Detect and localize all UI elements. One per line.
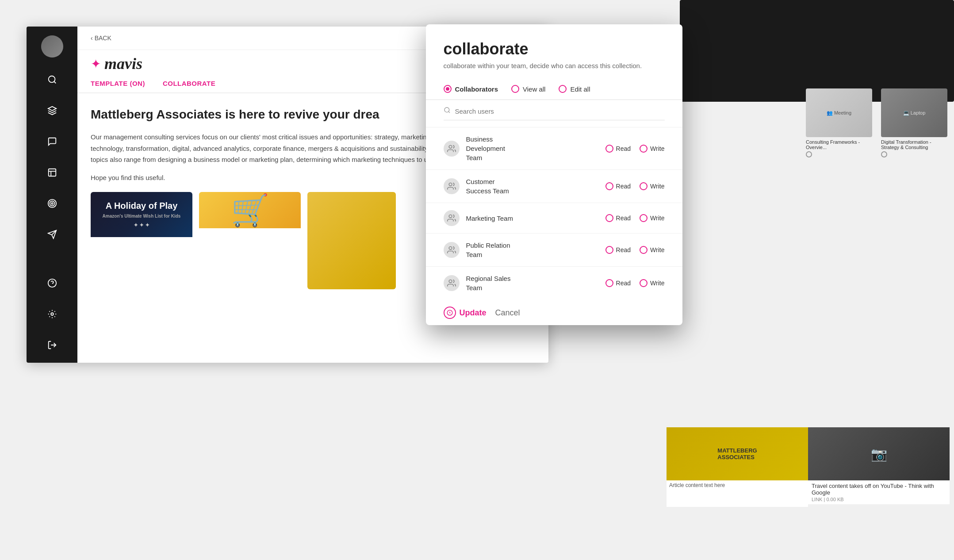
bottom-card-yellow: MATTLEBERGASSOCIATES Article content tex… <box>667 427 808 507</box>
read-label-3: Read <box>616 215 631 222</box>
svg-line-1 <box>54 81 56 83</box>
marketing-write-radio[interactable] <box>640 214 647 222</box>
svg-rect-3 <box>48 169 56 176</box>
travel-card-title: Travel content takes off on YouTube - Th… <box>812 483 946 496</box>
amazon-sub: Amazon's Ultimate Wish List for Kids <box>103 214 181 219</box>
pr-avatar <box>444 242 460 258</box>
customer-success-permissions: Read Write <box>605 182 665 190</box>
consulting-card-2[interactable]: 💻 Laptop Digital Transformation - Strate… <box>881 88 950 157</box>
marketing-name: Marketing Team <box>466 214 605 223</box>
customer-success-read[interactable]: Read <box>605 182 631 190</box>
regional-sales-read[interactable]: Read <box>605 279 631 287</box>
user-row-customer-success: CustomerSuccess Team Read Write <box>426 170 682 203</box>
svg-point-15 <box>444 107 449 112</box>
svg-point-8 <box>51 203 53 204</box>
marketing-read-radio[interactable] <box>605 214 613 222</box>
update-button[interactable]: Update <box>444 307 487 319</box>
regional-sales-name: Regional SalesTeam <box>466 274 605 292</box>
amazon-image: A Holiday of Play Amazon's Ultimate Wish… <box>91 192 192 237</box>
business-dev-read-radio[interactable] <box>605 145 613 153</box>
customer-success-write[interactable]: Write <box>640 182 664 190</box>
svg-point-17 <box>449 145 452 148</box>
sidebar-export-icon[interactable] <box>43 336 61 354</box>
right-panel-cards: 👥 Meeting Consulting Frameworks - Overvi… <box>806 88 950 157</box>
modal-title: collaborate <box>444 40 665 58</box>
back-link[interactable]: ‹ BACK <box>91 35 111 42</box>
svg-point-20 <box>449 247 452 250</box>
pr-write[interactable]: Write <box>640 246 664 254</box>
pr-name: Public RelationTeam <box>466 241 605 259</box>
regional-sales-permissions: Read Write <box>605 279 665 287</box>
bottom-card-travel: 📷 Travel content takes off on YouTube - … <box>808 427 950 507</box>
sidebar-help-icon[interactable] <box>43 274 61 292</box>
marketing-avatar <box>444 210 460 226</box>
svg-point-0 <box>48 76 55 83</box>
write-label: Write <box>650 145 664 152</box>
svg-point-7 <box>50 201 54 206</box>
shopping-cart-icon: 🛒 <box>231 192 269 228</box>
user-list: BusinessDevelopmentTeam Read Write <box>426 127 682 295</box>
avatar[interactable] <box>41 35 63 58</box>
sidebar-send-icon[interactable] <box>43 226 61 243</box>
update-btn-circle-icon <box>444 307 456 319</box>
svg-point-13 <box>51 313 54 315</box>
consulting-card-2-label: Digital Transformation - Strategy & Cons… <box>881 139 950 150</box>
dark-background-window <box>680 0 954 102</box>
collaborators-tab-label: Collaborators <box>455 85 498 93</box>
pr-read-radio[interactable] <box>605 246 613 254</box>
sidebar-chat-icon[interactable] <box>43 133 61 150</box>
write-label-2: Write <box>650 183 664 190</box>
customer-success-read-radio[interactable] <box>605 182 613 190</box>
cancel-button[interactable]: Cancel <box>495 308 520 318</box>
regional-sales-avatar <box>444 275 460 291</box>
tab-collaborate[interactable]: COLLABORATE <box>163 80 215 92</box>
update-label: Update <box>460 308 487 318</box>
pr-write-radio[interactable] <box>640 246 647 254</box>
user-row-regional-sales: Regional SalesTeam Read Write <box>426 267 682 295</box>
customer-success-name: CustomerSuccess Team <box>466 177 605 196</box>
read-label-5: Read <box>616 280 631 287</box>
shopping-image: 🛒 <box>199 192 301 228</box>
marketing-read[interactable]: Read <box>605 214 631 222</box>
business-dev-name: BusinessDevelopmentTeam <box>466 134 605 162</box>
sidebar-target-icon[interactable] <box>43 195 61 212</box>
customer-success-write-radio[interactable] <box>640 182 647 190</box>
viewall-tab-label: View all <box>523 85 545 93</box>
marketing-write[interactable]: Write <box>640 214 664 222</box>
business-dev-write[interactable]: Write <box>640 145 664 153</box>
editall-radio[interactable] <box>559 85 567 93</box>
user-row-business-dev: BusinessDevelopmentTeam Read Write <box>426 127 682 170</box>
write-label-4: Write <box>650 246 664 253</box>
bottom-right-area: MATTLEBERGASSOCIATES Article content tex… <box>667 427 950 507</box>
modal-tab-editall[interactable]: Edit all <box>559 85 590 93</box>
modal-tabs: Collaborators View all Edit all <box>426 78 682 100</box>
logo-text: mavis <box>104 54 142 73</box>
tab-template[interactable]: TEMPLATE (ON) <box>91 80 145 92</box>
consulting-card-1-label: Consulting Frameworks - Overvie... <box>806 139 874 150</box>
search-icon <box>444 107 451 115</box>
svg-marker-2 <box>48 107 56 111</box>
business-dev-permissions: Read Write <box>605 145 665 153</box>
regional-sales-write[interactable]: Write <box>640 279 664 287</box>
read-label-4: Read <box>616 246 631 253</box>
collaborators-radio[interactable] <box>444 85 452 93</box>
write-label-5: Write <box>650 280 664 287</box>
marketing-permissions: Read Write <box>605 214 665 222</box>
back-label: BACK <box>95 35 111 42</box>
sidebar-settings-icon[interactable] <box>43 305 61 323</box>
viewall-radio[interactable] <box>511 85 519 93</box>
svg-point-21 <box>449 280 452 283</box>
search-users-input[interactable] <box>455 107 665 115</box>
consulting-card-1[interactable]: 👥 Meeting Consulting Frameworks - Overvi… <box>806 88 874 157</box>
modal-tab-collaborators[interactable]: Collaborators <box>444 85 498 93</box>
shopping-card: 🛒 <box>199 192 301 289</box>
sidebar-book-icon[interactable] <box>43 164 61 181</box>
regional-sales-write-radio[interactable] <box>640 279 647 287</box>
pr-read[interactable]: Read <box>605 246 631 254</box>
business-dev-write-radio[interactable] <box>640 145 647 153</box>
business-dev-read[interactable]: Read <box>605 145 631 153</box>
modal-tab-viewall[interactable]: View all <box>511 85 545 93</box>
regional-sales-read-radio[interactable] <box>605 279 613 287</box>
sidebar-search-icon[interactable] <box>43 71 61 88</box>
sidebar-layers-icon[interactable] <box>43 102 61 119</box>
